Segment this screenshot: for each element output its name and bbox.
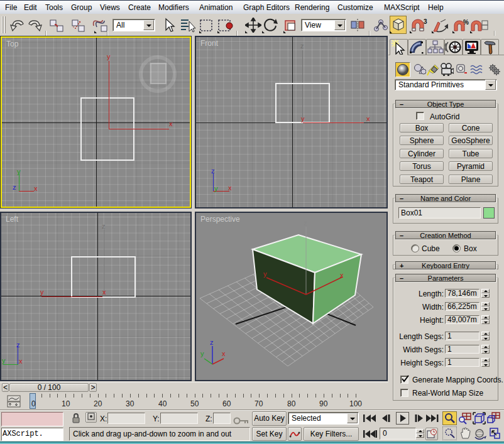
svg-text:3: 3	[424, 18, 427, 25]
svg-text:y: y	[200, 350, 204, 357]
svg-text:z: z	[210, 338, 214, 346]
svg-text:z: z	[304, 219, 307, 227]
svg-text:x: x	[222, 350, 226, 357]
svg-text:%: %	[463, 19, 469, 26]
svg-text:y: y	[263, 270, 267, 278]
svg-text:x: x	[340, 271, 344, 279]
